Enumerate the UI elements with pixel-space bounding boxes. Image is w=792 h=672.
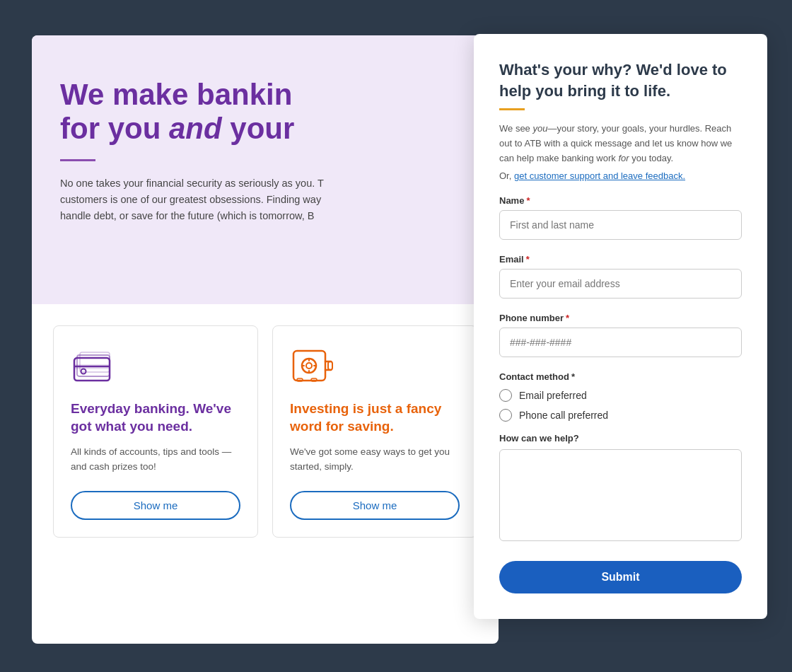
- email-preferred-label: Email preferred: [519, 390, 587, 401]
- svg-point-8: [306, 363, 312, 369]
- help-field-group: How can we help?: [499, 433, 742, 558]
- contact-form-panel: What's your why? We'd love to help you b…: [474, 34, 767, 619]
- contact-method-field-group: Contact method* Email preferred Phone ca…: [499, 371, 742, 422]
- card-2-body: We've got some easy ways to get you star…: [290, 445, 460, 474]
- contact-method-radio-group: Email preferred Phone call preferred: [499, 389, 742, 422]
- svg-point-5: [81, 369, 86, 374]
- submit-button[interactable]: Submit: [499, 561, 742, 593]
- phone-field-group: Phone number*: [499, 313, 742, 369]
- email-preferred-option[interactable]: Email preferred: [499, 389, 742, 402]
- hero-body: No one takes your financial security as …: [60, 175, 343, 225]
- hero-divider: [60, 159, 95, 161]
- safe-icon: [290, 347, 460, 386]
- bank-icon: [71, 347, 240, 386]
- email-preferred-radio[interactable]: [499, 389, 512, 402]
- form-description: We see you—your story, your goals, your …: [499, 122, 742, 166]
- help-textarea[interactable]: [499, 449, 742, 541]
- card-1-show-me-button[interactable]: Show me: [71, 491, 240, 520]
- email-field-group: Email*: [499, 254, 742, 310]
- phone-preferred-radio[interactable]: [499, 409, 512, 422]
- cards-section: Everyday banking. We've got what you nee…: [32, 304, 499, 559]
- card-1-title: Everyday banking. We've got what you nee…: [71, 400, 240, 435]
- hero-title: We make bankin for you and your: [60, 78, 470, 146]
- card-1-body: All kinds of accounts, tips and tools —a…: [71, 445, 240, 474]
- svg-rect-11: [328, 361, 332, 370]
- everyday-banking-card: Everyday banking. We've got what you nee…: [53, 325, 258, 538]
- investing-card: Investing is just a fancy word for savin…: [272, 325, 477, 538]
- phone-preferred-label: Phone call preferred: [519, 410, 608, 421]
- contact-method-label: Contact method*: [499, 371, 742, 382]
- phone-input[interactable]: [499, 328, 742, 357]
- help-label: How can we help?: [499, 433, 742, 444]
- support-link[interactable]: get customer support and leave feedback.: [514, 170, 685, 181]
- email-label: Email*: [499, 254, 742, 265]
- name-label: Name*: [499, 195, 742, 206]
- email-input[interactable]: [499, 269, 742, 299]
- form-link-line: Or, get customer support and leave feedb…: [499, 170, 742, 181]
- form-divider: [499, 108, 525, 110]
- card-2-title: Investing is just a fancy word for savin…: [290, 400, 460, 435]
- phone-preferred-option[interactable]: Phone call preferred: [499, 409, 742, 422]
- name-field-group: Name*: [499, 195, 742, 251]
- card-2-show-me-button[interactable]: Show me: [290, 491, 460, 520]
- phone-label: Phone number*: [499, 313, 742, 323]
- svg-rect-6: [293, 351, 325, 381]
- form-title: What's your why? We'd love to help you b…: [499, 59, 742, 101]
- main-page: We make bankin for you and your No one t…: [32, 35, 499, 644]
- name-input[interactable]: [499, 210, 742, 240]
- hero-section: We make bankin for you and your No one t…: [32, 35, 499, 304]
